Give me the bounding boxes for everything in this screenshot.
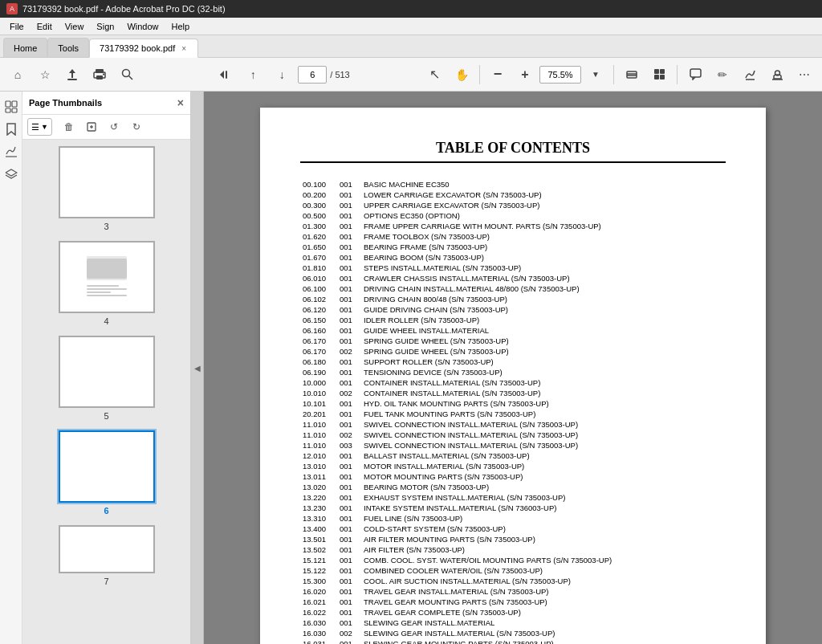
panel-delete-button[interactable]: 🗑 [59,118,79,136]
toc-sub: 001 [337,263,361,273]
toc-number: 01.650 [300,242,337,252]
more-tools-button[interactable]: ⋯ [791,62,817,88]
separator-3 [677,65,678,84]
zoom-input[interactable]: 75.5% [539,66,581,84]
toc-sub: 001 [337,450,361,461]
upload-button[interactable] [59,62,85,88]
toc-description: COOL. AIR SUCTION INSTALL.MATERIAL (S/N … [361,576,726,586]
nav-down-button[interactable]: ↓ [269,62,295,88]
cursor-tool-button[interactable]: ↖ [421,62,447,88]
toc-row: 12.010 001 BALLAST INSTALL.MATERIAL (S/N… [300,450,726,461]
tab-document[interactable]: 73179392 book.pdf × [89,39,198,58]
tab-home[interactable]: Home [3,38,47,57]
thumbnail-5-label: 5 [104,411,108,421]
toc-description: GUIDE DRIVING CHAIN (S/N 735003-UP) [361,304,726,315]
toc-description: SPRING GUIDE WHEEL (S/N 735003-UP) [361,336,726,346]
toc-row: 01.300 001 FRAME UPPER CARRIAGE WITH MOU… [300,221,726,231]
panel-dropdown-arrow: ▼ [41,123,48,131]
toc-sub: 001 [337,325,361,336]
side-bookmarks-icon[interactable] [2,120,20,138]
zoom-dropdown-button[interactable]: ▼ [583,62,608,88]
toc-description: CONTAINER INSTALL.MATERIAL (S/N 735003-U… [361,388,726,398]
panel-rotate-cw-button[interactable]: ↻ [126,118,147,136]
toc-row: 01.650 001 BEARING FRAME (S/N 735003-UP) [300,242,726,252]
thumbnail-5-image [59,336,155,408]
toc-sub: 001 [337,398,361,409]
panel-extract-button[interactable] [81,118,102,136]
app-icon: A [6,3,18,14]
toc-number: 01.810 [300,263,337,273]
toc-sub: 001 [337,524,361,534]
toc-number: 06.170 [300,346,337,357]
hand-tool-button[interactable]: ✋ [449,62,474,88]
toc-description: HYD. OIL TANK MOUNTING PARTS (S/N 735003… [361,398,726,409]
toc-description: MOTOR MOUNTING PARTS (S/N 735003-UP) [361,471,726,482]
toc-row: 13.230 001 INTAKE SYSTEM INSTALL.MATERIA… [300,503,726,513]
thumbnail-4-image [59,241,155,313]
home-button[interactable]: ⌂ [5,62,31,88]
menu-file[interactable]: File [3,20,31,33]
thumbnail-page-6[interactable]: 6 [29,430,184,516]
toc-sub: 002 [337,430,361,440]
toc-row: 06.190 001 TENSIONING DEVICE (S/N 735003… [300,367,726,377]
toc-description: SLEWING GEAR MOUNTING PARTS (S/N 735003-… [361,638,726,644]
toc-description: EXHAUST SYSTEM INSTALL.MATERIAL (S/N 735… [361,492,726,503]
search-button[interactable] [114,62,140,88]
toc-number: 13.020 [300,482,337,492]
menu-help[interactable]: Help [165,20,197,33]
panel-close-button[interactable]: × [177,96,184,109]
side-signatures-icon[interactable] [2,143,20,161]
toc-sub: 001 [337,190,361,200]
pdf-viewing-area[interactable]: TABLE OF CONTENTS 00.100 001 BASIC MACHI… [204,92,822,644]
separator-1 [479,65,480,84]
pen-button[interactable]: ✏ [710,62,735,88]
toc-description: CRAWLER CHASSIS INSTALL.MATERIAL (S/N 73… [361,273,726,283]
toc-number: 15.122 [300,565,337,576]
stamp-button[interactable] [764,62,790,88]
toc-row: 00.500 001 OPTIONS EC350 (OPTION) [300,210,726,221]
thumbnail-page-7[interactable]: 7 [29,525,184,586]
toc-description: CONTAINER INSTALL.MATERIAL (S/N 735003-U… [361,377,726,388]
toc-description: FUEL LINE (S/N 735003-UP) [361,513,726,524]
thumbnail-page-3[interactable]: 3 [29,146,184,231]
zoom-in-button[interactable]: + [512,62,538,88]
toc-number: 06.102 [300,294,337,304]
menu-bar: File Edit View Sign Window Help [0,18,822,35]
menu-view[interactable]: View [59,20,91,33]
grid-view-button[interactable] [646,62,672,88]
side-thumbnails-icon[interactable] [2,98,20,116]
prev-page-button[interactable] [211,62,237,88]
panel-options-dropdown[interactable]: ☰ ▼ [27,118,52,136]
nav-group: ↑ ↓ 6 / 513 [211,62,349,88]
thumbnail-page-4[interactable]: 4 [29,241,184,326]
zoom-out-button[interactable]: − [485,62,511,88]
tab-close-button[interactable]: × [180,43,188,54]
nav-up-button[interactable]: ↑ [240,62,266,88]
panel-rotate-ccw-button[interactable]: ↺ [104,118,124,136]
bookmark-button[interactable]: ☆ [32,62,58,88]
comment-button[interactable] [682,62,708,88]
print-button[interactable] [87,62,112,88]
signature-button[interactable] [737,62,763,88]
toc-sub: 002 [337,388,361,398]
page-number-input[interactable]: 6 [298,66,327,84]
fit-page-button[interactable] [619,62,645,88]
menu-edit[interactable]: Edit [31,20,59,33]
toc-number: 06.160 [300,325,337,336]
menu-sign[interactable]: Sign [90,20,120,33]
side-layers-icon[interactable] [2,165,20,183]
thumbnails-area[interactable]: 3 4 [22,140,190,644]
toc-row: 06.170 001 SPRING GUIDE WHEEL (S/N 73500… [300,336,726,346]
toc-row: 01.810 001 STEPS INSTALL.MATERIAL (S/N 7… [300,263,726,273]
collapse-panel-button[interactable]: ◀ [191,92,204,644]
toc-number: 00.500 [300,210,337,221]
tab-tools[interactable]: Tools [47,38,89,57]
menu-window[interactable]: Window [120,20,165,33]
svg-rect-9 [627,71,637,78]
toc-row: 11.010 001 SWIVEL CONNECTION INSTALL.MAT… [300,419,726,430]
toc-description: OPTIONS EC350 (OPTION) [361,210,726,221]
thumbnail-page-5[interactable]: 5 [29,336,184,421]
toc-description: BEARING FRAME (S/N 735003-UP) [361,242,726,252]
toc-sub: 001 [337,273,361,283]
toc-number: 10.010 [300,388,337,398]
